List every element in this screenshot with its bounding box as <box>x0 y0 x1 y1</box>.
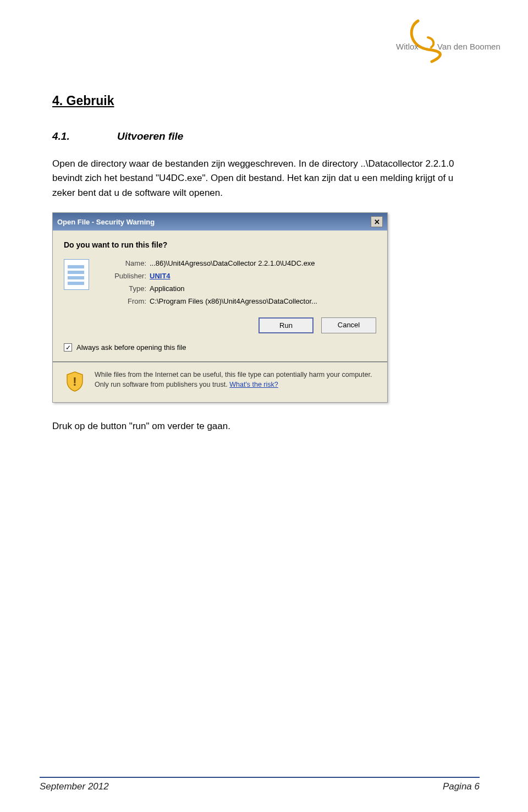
value-from: C:\Program Files (x86)\Unit4Agresso\Data… <box>150 297 317 305</box>
file-icon <box>64 259 89 290</box>
dialog-warning-strip: ! While files from the Internet can be u… <box>53 361 387 402</box>
section-number: 4.1. <box>52 130 117 142</box>
file-info-row: Name: ...86)\Unit4Agresso\DataCollector … <box>64 259 376 305</box>
footer-right: Pagina 6 <box>443 781 480 792</box>
always-ask-label: Always ask before opening this file <box>76 343 186 352</box>
dialog-titlebar[interactable]: Open File - Security Warning ✕ <box>53 213 387 231</box>
label-type: Type: <box>99 284 146 293</box>
value-type: Application <box>150 284 317 293</box>
always-ask-checkbox[interactable]: ✓ <box>64 343 72 352</box>
always-ask-row[interactable]: ✓ Always ask before opening this file <box>64 342 376 358</box>
page-heading: 4. Gebruik <box>52 94 479 108</box>
company-logo: Witlox Van den Boomen <box>374 11 506 72</box>
run-button[interactable]: Run <box>258 317 314 333</box>
svg-text:!: ! <box>73 375 76 388</box>
warning-text-block: While files from the Internet can be use… <box>95 370 376 392</box>
value-name: ...86)\Unit4Agresso\DataCollector 2.2.1.… <box>150 259 317 267</box>
logo-text-right: Van den Boomen <box>437 42 501 51</box>
section-title: Uitvoeren file <box>117 130 183 142</box>
label-name: Name: <box>99 259 146 267</box>
document-page: Witlox Van den Boomen 4. Gebruik 4.1. Ui… <box>0 0 528 812</box>
close-icon[interactable]: ✕ <box>371 216 383 227</box>
paragraph-2: Druk op de button "run" om verder te gaa… <box>52 419 470 434</box>
label-publisher: Publisher: <box>99 272 146 280</box>
dialog-button-row: Run Cancel <box>64 317 376 333</box>
cancel-button[interactable]: Cancel <box>321 317 376 333</box>
risk-link[interactable]: What's the risk? <box>229 381 278 388</box>
dialog-title: Open File - Security Warning <box>57 218 371 226</box>
footer-left: September 2012 <box>40 781 109 792</box>
shield-warning-icon: ! <box>64 370 86 392</box>
file-info-grid: Name: ...86)\Unit4Agresso\DataCollector … <box>99 259 317 305</box>
label-from: From: <box>99 297 146 305</box>
logo-text-left: Witlox <box>396 42 419 51</box>
footer-rule <box>40 777 480 778</box>
dialog-body: Do you want to run this file? Name: ...8… <box>53 231 387 361</box>
logo-swirl-icon <box>374 11 506 72</box>
page-footer: September 2012 Pagina 6 <box>0 777 528 792</box>
publisher-link[interactable]: UNIT4 <box>150 272 170 280</box>
section-header: 4.1. Uitvoeren file <box>52 130 479 142</box>
security-warning-dialog: Open File - Security Warning ✕ Do you wa… <box>52 212 388 403</box>
paragraph-1: Open de directory waar de bestanden zijn… <box>52 157 470 200</box>
dialog-question: Do you want to run this file? <box>64 240 376 249</box>
